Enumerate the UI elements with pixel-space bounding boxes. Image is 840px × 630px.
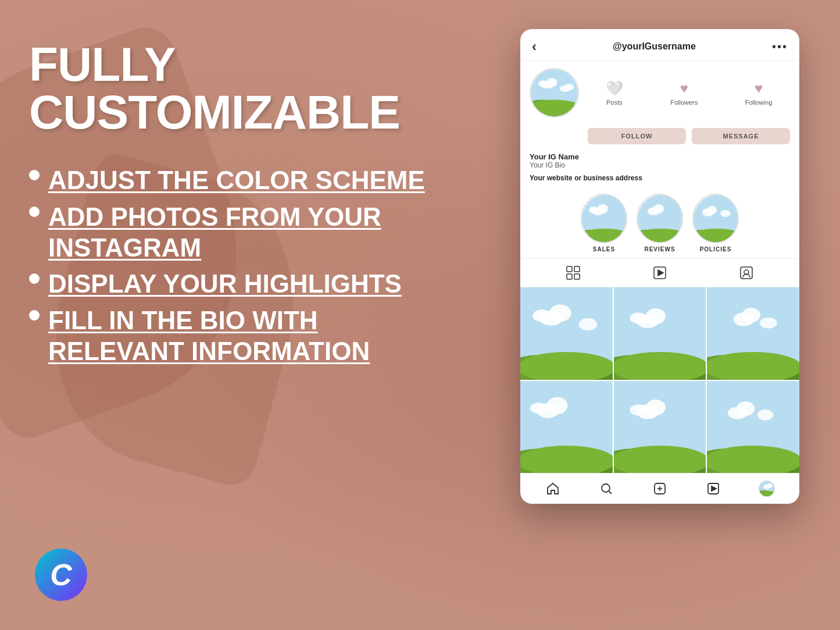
canva-logo: C [35,549,87,601]
svg-point-84 [602,484,610,492]
highlight-policies[interactable]: POLICIES [692,194,739,252]
svg-point-16 [598,204,608,213]
svg-point-31 [707,206,717,214]
svg-point-80 [707,446,799,474]
posts-label: Posts [606,99,623,106]
following-heart-icon: ♥ [755,80,763,97]
highlight-reviews-label: REVIEWS [644,246,675,252]
nav-search-icon[interactable] [598,480,614,497]
svg-point-46 [549,305,571,322]
nav-add-icon[interactable] [652,480,668,497]
highlight-sales-label: SALES [593,246,615,252]
bio-text: Your IG Bio [530,161,790,169]
bio-website: Your website or business address [530,174,790,182]
svg-point-7 [538,80,547,87]
svg-point-69 [530,403,548,414]
svg-point-22 [638,229,683,243]
post-5[interactable] [614,381,706,474]
phone-username: @yourIGusername [613,41,696,52]
bullet-item-3: DISPLAY YOUR HIGHLIGHTS [29,269,485,300]
svg-point-61 [742,308,761,322]
svg-point-32 [720,210,731,217]
bio-name: Your IG Name [530,152,790,161]
bullet-list: ADJUST THE COLOR SCHEME ADD PHOTOS FROM … [29,165,485,367]
svg-rect-39 [741,267,752,279]
profile-avatar [530,68,579,118]
post-2-image [614,287,706,380]
following-label: Following [745,99,772,106]
phone-header: ‹ @yourIGusername ••• [520,29,799,61]
svg-point-73 [614,446,706,474]
follow-button[interactable]: FOLLOW [588,128,686,144]
bio-section: Your IG Name Your IG Bio Your website or… [520,150,799,188]
profile-stats: 🤍 Posts ♥ Followers ♥ Following [588,80,790,106]
svg-point-24 [653,204,664,213]
followers-label: Followers [670,99,698,106]
svg-marker-38 [658,270,663,276]
stat-followers[interactable]: ♥ Followers [670,80,698,106]
posts-grid [520,287,799,473]
reviews-landscape [638,195,683,243]
svg-point-55 [630,312,647,323]
left-panel: FULLY CUSTOMIZABLE ADJUST THE COLOR SCHE… [29,23,485,367]
highlights-section: SALES [520,188,799,258]
tab-grid-icon[interactable] [565,265,581,281]
highlight-reviews-circle [637,194,683,243]
svg-point-96 [767,483,773,488]
post-3[interactable] [707,287,799,380]
nav-profile-icon[interactable] [759,480,775,497]
bullet-dot-2 [29,207,40,217]
phone-mockup: ‹ @yourIGusername ••• [520,29,799,504]
right-panel: ‹ @yourIGusername ••• [520,29,811,504]
main-title: FULLY CUSTOMIZABLE [29,41,485,136]
svg-point-9 [565,84,574,90]
more-options[interactable]: ••• [772,40,788,54]
post-1-image [520,287,613,380]
svg-point-54 [646,308,666,325]
back-button[interactable]: ‹ [532,38,537,55]
tab-tagged-icon[interactable] [738,265,755,281]
post-4[interactable] [520,381,613,474]
post-4-image [520,381,613,474]
tab-reels-icon[interactable] [652,265,668,281]
post-3-image [707,287,799,380]
svg-line-85 [609,492,612,494]
bullet-dot-1 [29,170,40,180]
post-2[interactable] [614,287,706,380]
canva-logo-letter: C [50,557,72,592]
bullet-text-1: ADJUST THE COLOR SCHEME [48,165,425,196]
svg-point-75 [646,399,666,415]
svg-point-66 [520,446,613,474]
post-6[interactable] [707,381,799,474]
message-button[interactable]: MESSAGE [692,128,790,144]
svg-point-76 [630,404,647,415]
svg-point-17 [589,207,598,213]
avatar-landscape [531,69,578,116]
bullet-text-3: DISPLAY YOUR HIGHLIGHTS [48,269,402,300]
svg-point-62 [760,318,777,329]
svg-point-44 [520,352,613,380]
svg-point-82 [737,401,755,416]
highlight-sales[interactable]: SALES [581,194,627,252]
bullet-item-4: FILL IN THE BIO WITHRELEVANT INFORMATION [29,305,485,367]
highlight-policies-label: POLICIES [700,246,732,252]
highlight-sales-circle [581,194,627,243]
bullet-item-2: ADD PHOTOS FROM YOURINSTAGRAM [29,202,485,264]
post-5-image [614,381,706,474]
profile-section: 🤍 Posts ♥ Followers ♥ Following [520,61,799,124]
followers-heart-icon: ♥ [680,80,688,97]
stat-following[interactable]: ♥ Following [745,80,772,106]
highlight-reviews[interactable]: REVIEWS [637,194,683,252]
main-layout: FULLY CUSTOMIZABLE ADJUST THE COLOR SCHE… [0,0,840,630]
nav-home-icon[interactable] [545,480,561,497]
svg-point-59 [707,352,799,380]
policies-landscape [694,195,739,243]
nav-reels-icon[interactable] [705,480,721,497]
svg-point-47 [532,309,551,322]
post-1[interactable] [520,287,613,380]
svg-point-83 [757,409,774,420]
bottom-nav [520,473,799,504]
svg-point-6 [546,78,557,87]
bullet-dot-4 [29,310,40,321]
svg-rect-36 [574,274,580,279]
